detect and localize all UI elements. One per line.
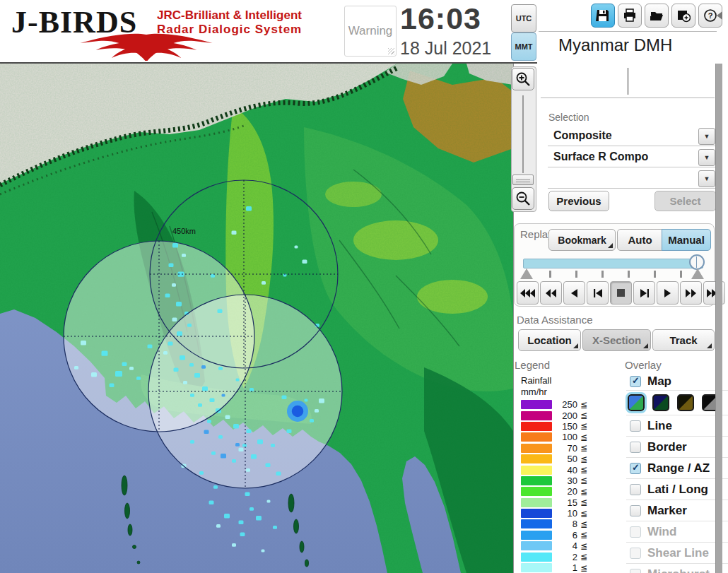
svg-text:?: ?	[708, 11, 713, 20]
panel-scrollbar[interactable]	[715, 64, 722, 573]
track-label: Track	[669, 334, 697, 346]
map-style-swatch[interactable]	[652, 394, 669, 411]
legend-suffix: ≦	[580, 443, 587, 453]
location-button[interactable]: Location	[518, 329, 581, 351]
print-button[interactable]	[618, 4, 642, 28]
replay-slider-track[interactable]	[523, 259, 703, 268]
replay-panel: Replay Bookmark Auto Manual	[514, 223, 715, 307]
rewind-button[interactable]	[540, 281, 562, 305]
legend-suffix: ≦	[580, 519, 587, 529]
checkbox-icon[interactable]	[630, 484, 641, 495]
chevron-down-icon[interactable]: ▼	[698, 170, 715, 187]
dropdown-product-value: Surface R Compo	[553, 150, 648, 163]
legend-value: 40	[552, 465, 577, 475]
legend-color-swatch	[521, 411, 552, 420]
legend-color-swatch	[521, 476, 552, 485]
step-forward-button[interactable]	[633, 281, 655, 305]
timezone-mmt-button[interactable]: MMT	[511, 33, 536, 61]
play-button[interactable]	[657, 281, 679, 305]
select-button[interactable]: Select	[654, 191, 716, 211]
legend-scale: 250≦200≦150≦100≦70≦50≦40≦30≦20≦15≦10≦8≦6…	[521, 399, 609, 573]
legend-row: 2≦	[521, 551, 609, 562]
checkbox-icon[interactable]	[630, 420, 641, 432]
legend-suffix: ≦	[580, 530, 587, 540]
replay-slider-handle[interactable]	[689, 254, 705, 270]
data-assistance-section-label: Data Assistance	[517, 314, 593, 326]
zoom-in-icon	[515, 71, 531, 87]
status-display-divider	[628, 68, 628, 95]
map-style-swatch[interactable]	[677, 394, 694, 411]
overlay-checkbox-microburst: Microburst	[626, 563, 728, 573]
eagle-logo-icon	[8, 33, 284, 61]
track-button[interactable]: Track	[652, 329, 715, 351]
map-style-swatches	[626, 390, 728, 415]
auto-mode-button[interactable]: Auto	[617, 229, 663, 251]
help-icon: ?	[703, 8, 717, 23]
bookmark-button[interactable]: Bookmark	[548, 229, 616, 251]
overlay-option-label: Border	[647, 440, 687, 454]
overlay-checkbox-lati-long[interactable]: Lati / Long	[626, 478, 728, 500]
legend-value: 100	[552, 432, 577, 442]
zoom-slider-handle[interactable]	[512, 175, 534, 185]
panel-collapse-arrow-icon[interactable]	[717, 11, 722, 20]
map-style-swatch-selected[interactable]	[628, 394, 645, 411]
checkbox-icon[interactable]	[630, 505, 641, 516]
zoom-out-button[interactable]	[512, 187, 534, 210]
warning-label: Warning	[348, 24, 393, 38]
dropdown-product[interactable]: Surface R Compo ▼	[548, 148, 715, 167]
checkbox-icon[interactable]	[630, 442, 641, 453]
overlay-option-label: Microburst	[647, 567, 710, 573]
stop-button[interactable]	[610, 281, 632, 305]
legend-color-swatch	[521, 553, 552, 562]
legend-unit-sub: mm/hr	[521, 386, 547, 397]
resize-grip-icon[interactable]	[388, 48, 394, 54]
legend-row: 40≦	[521, 464, 609, 475]
chevron-down-icon[interactable]: ▼	[698, 128, 715, 145]
legend-section-label: Legend	[515, 359, 550, 371]
xsection-button[interactable]: X-Section	[582, 329, 651, 351]
legend-color-swatch	[521, 531, 552, 540]
legend-value: 8	[552, 519, 577, 529]
fast-rewind-button[interactable]	[517, 281, 539, 305]
previous-button[interactable]: Previous	[548, 191, 609, 211]
radar-map-canvas[interactable]: 450km	[0, 64, 513, 573]
overlay-checkbox-marker[interactable]: Marker	[626, 500, 728, 521]
checkbox-checked-icon[interactable]	[630, 376, 641, 387]
overlay-checkbox-border[interactable]: Border	[626, 436, 728, 457]
legend-row: 4≦	[521, 540, 609, 551]
dropdown-composite[interactable]: Composite ▼	[548, 127, 715, 146]
xsection-label: X-Section	[592, 334, 641, 346]
slider-start-marker[interactable]	[520, 268, 533, 279]
legend-suffix: ≦	[580, 421, 587, 431]
map-zoom-control	[511, 66, 536, 212]
step-back-button[interactable]	[587, 281, 609, 305]
overlay-checkbox-range-az[interactable]: Range / AZ	[626, 457, 728, 478]
legend-value: 50	[552, 454, 577, 464]
zoom-in-button[interactable]	[512, 68, 534, 90]
overlay-checkbox-map[interactable]: Map	[626, 372, 728, 390]
checkbox-checked-icon[interactable]	[630, 463, 641, 474]
play-backward-button[interactable]	[563, 281, 585, 305]
save-button[interactable]	[591, 4, 615, 28]
warning-button[interactable]: Warning	[344, 6, 397, 57]
add-image-button[interactable]	[671, 4, 695, 28]
radar-map[interactable]: 450km	[0, 64, 514, 573]
dropdown-extra[interactable]: ▼	[548, 170, 715, 189]
legend-row: 250≦	[521, 399, 609, 410]
slider-end-marker[interactable]	[691, 268, 704, 279]
legend-color-swatch	[521, 563, 552, 572]
legend-value: 6	[552, 530, 577, 540]
legend-suffix: ≦	[580, 432, 587, 442]
legend-row: 20≦	[521, 486, 609, 497]
menu-corner-icon	[707, 343, 712, 348]
overlay-checkbox-line[interactable]: Line	[626, 415, 728, 436]
legend-value: 15	[552, 497, 577, 508]
forward-button[interactable]	[680, 281, 702, 305]
menu-corner-icon	[573, 343, 578, 348]
timezone-utc-button[interactable]: UTC	[511, 4, 536, 33]
open-folder-button[interactable]	[645, 4, 669, 28]
chevron-down-icon[interactable]: ▼	[698, 149, 715, 166]
legend-color-swatch	[521, 509, 552, 518]
manual-mode-button[interactable]: Manual	[662, 229, 711, 251]
legend-suffix: ≦	[580, 465, 587, 475]
